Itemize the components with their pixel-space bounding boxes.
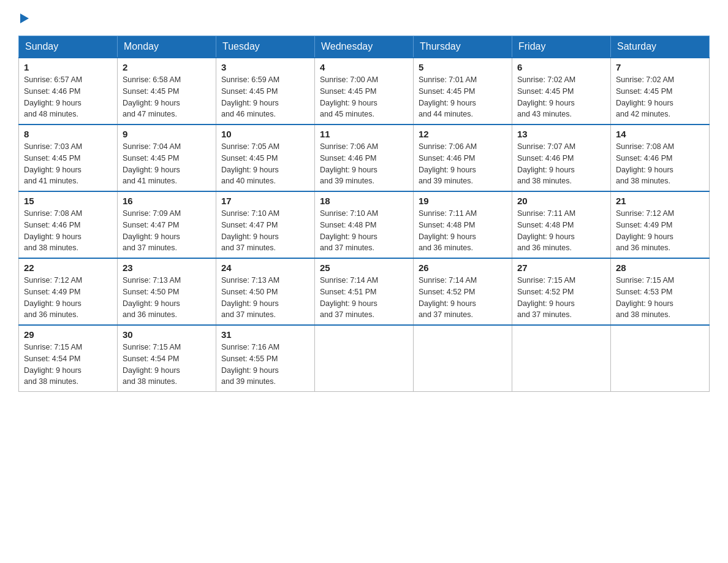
day-number: 9 [123, 129, 211, 139]
calendar-cell-w3d1: 23Sunrise: 7:13 AMSunset: 4:50 PMDayligh… [118, 258, 216, 325]
day-number: 20 [517, 196, 605, 206]
day-number: 26 [419, 262, 507, 273]
calendar-cell-w3d5: 27Sunrise: 7:15 AMSunset: 4:52 PMDayligh… [512, 258, 611, 325]
day-info: Sunrise: 7:08 AMSunset: 4:46 PMDaylight:… [24, 208, 112, 254]
day-info: Sunrise: 7:14 AMSunset: 4:51 PMDaylight:… [320, 275, 408, 321]
calendar-cell-w1d2: 10Sunrise: 7:05 AMSunset: 4:45 PMDayligh… [216, 124, 315, 191]
day-info: Sunrise: 7:12 AMSunset: 4:49 PMDaylight:… [24, 275, 112, 321]
day-info: Sunrise: 7:04 AMSunset: 4:45 PMDaylight:… [123, 141, 211, 187]
calendar-cell-w2d2: 17Sunrise: 7:10 AMSunset: 4:47 PMDayligh… [216, 191, 315, 258]
calendar-cell-w1d4: 12Sunrise: 7:06 AMSunset: 4:46 PMDayligh… [414, 124, 512, 191]
day-info: Sunrise: 7:15 AMSunset: 4:52 PMDaylight:… [517, 275, 605, 321]
day-number: 12 [419, 129, 507, 139]
day-info: Sunrise: 7:11 AMSunset: 4:48 PMDaylight:… [419, 208, 507, 254]
day-number: 6 [517, 62, 605, 72]
day-info: Sunrise: 6:59 AMSunset: 4:45 PMDaylight:… [221, 74, 309, 120]
calendar-cell-w0d0: 1Sunrise: 6:57 AMSunset: 4:46 PMDaylight… [19, 58, 118, 124]
day-number: 25 [320, 262, 408, 273]
day-info: Sunrise: 7:10 AMSunset: 4:48 PMDaylight:… [320, 208, 408, 254]
calendar-cell-w3d2: 24Sunrise: 7:13 AMSunset: 4:50 PMDayligh… [216, 258, 315, 325]
day-info: Sunrise: 7:15 AMSunset: 4:54 PMDaylight:… [24, 342, 112, 388]
day-number: 30 [123, 329, 211, 340]
day-number: 27 [517, 262, 605, 273]
calendar-header-row: SundayMondayTuesdayWednesdayThursdayFrid… [19, 36, 710, 58]
day-info: Sunrise: 7:14 AMSunset: 4:52 PMDaylight:… [419, 275, 507, 321]
day-number: 16 [123, 196, 211, 206]
calendar-cell-w3d6: 28Sunrise: 7:15 AMSunset: 4:53 PMDayligh… [611, 258, 710, 325]
calendar-cell-w2d3: 18Sunrise: 7:10 AMSunset: 4:48 PMDayligh… [315, 191, 414, 258]
calendar-header-thursday: Thursday [414, 36, 512, 58]
calendar-cell-w3d0: 22Sunrise: 7:12 AMSunset: 4:49 PMDayligh… [19, 258, 118, 325]
day-number: 10 [221, 129, 309, 139]
calendar-cell-w0d6: 7Sunrise: 7:02 AMSunset: 4:45 PMDaylight… [611, 58, 710, 124]
day-info: Sunrise: 7:11 AMSunset: 4:48 PMDaylight:… [517, 208, 605, 254]
day-info: Sunrise: 7:02 AMSunset: 4:45 PMDaylight:… [616, 74, 704, 120]
calendar-cell-w2d5: 20Sunrise: 7:11 AMSunset: 4:48 PMDayligh… [512, 191, 611, 258]
day-info: Sunrise: 7:00 AMSunset: 4:45 PMDaylight:… [320, 74, 408, 120]
logo [18, 12, 29, 23]
week-row-1: 1Sunrise: 6:57 AMSunset: 4:46 PMDaylight… [19, 58, 710, 124]
day-number: 28 [616, 262, 704, 273]
page-header [18, 12, 710, 23]
day-info: Sunrise: 7:09 AMSunset: 4:47 PMDaylight:… [123, 208, 211, 254]
calendar-header-tuesday: Tuesday [216, 36, 315, 58]
week-row-3: 15Sunrise: 7:08 AMSunset: 4:46 PMDayligh… [19, 191, 710, 258]
day-number: 1 [24, 62, 112, 72]
calendar-cell-w4d5 [512, 325, 611, 392]
calendar-cell-w4d6 [611, 325, 710, 392]
calendar-header-wednesday: Wednesday [315, 36, 414, 58]
day-number: 14 [616, 129, 704, 139]
calendar-header-monday: Monday [118, 36, 216, 58]
day-number: 29 [24, 329, 112, 340]
day-info: Sunrise: 7:10 AMSunset: 4:47 PMDaylight:… [221, 208, 309, 254]
calendar-cell-w2d0: 15Sunrise: 7:08 AMSunset: 4:46 PMDayligh… [19, 191, 118, 258]
day-info: Sunrise: 6:57 AMSunset: 4:46 PMDaylight:… [24, 74, 112, 120]
calendar-cell-w2d1: 16Sunrise: 7:09 AMSunset: 4:47 PMDayligh… [118, 191, 216, 258]
day-number: 5 [419, 62, 507, 72]
calendar-cell-w0d1: 2Sunrise: 6:58 AMSunset: 4:45 PMDaylight… [118, 58, 216, 124]
logo-blue-text [18, 12, 29, 23]
day-number: 3 [221, 62, 309, 72]
day-info: Sunrise: 7:13 AMSunset: 4:50 PMDaylight:… [123, 275, 211, 321]
day-number: 2 [123, 62, 211, 72]
day-info: Sunrise: 7:06 AMSunset: 4:46 PMDaylight:… [419, 141, 507, 187]
calendar-cell-w1d3: 11Sunrise: 7:06 AMSunset: 4:46 PMDayligh… [315, 124, 414, 191]
week-row-5: 29Sunrise: 7:15 AMSunset: 4:54 PMDayligh… [19, 325, 710, 392]
calendar-cell-w2d6: 21Sunrise: 7:12 AMSunset: 4:49 PMDayligh… [611, 191, 710, 258]
calendar-cell-w0d3: 4Sunrise: 7:00 AMSunset: 4:45 PMDaylight… [315, 58, 414, 124]
day-number: 23 [123, 262, 211, 273]
day-info: Sunrise: 7:06 AMSunset: 4:46 PMDaylight:… [320, 141, 408, 187]
calendar-cell-w1d5: 13Sunrise: 7:07 AMSunset: 4:46 PMDayligh… [512, 124, 611, 191]
day-info: Sunrise: 7:07 AMSunset: 4:46 PMDaylight:… [517, 141, 605, 187]
calendar-cell-w0d4: 5Sunrise: 7:01 AMSunset: 4:45 PMDaylight… [414, 58, 512, 124]
day-info: Sunrise: 7:03 AMSunset: 4:45 PMDaylight:… [24, 141, 112, 187]
calendar-cell-w1d6: 14Sunrise: 7:08 AMSunset: 4:46 PMDayligh… [611, 124, 710, 191]
day-info: Sunrise: 7:16 AMSunset: 4:55 PMDaylight:… [221, 342, 309, 388]
day-number: 11 [320, 129, 408, 139]
day-info: Sunrise: 7:12 AMSunset: 4:49 PMDaylight:… [616, 208, 704, 254]
calendar-cell-w4d2: 31Sunrise: 7:16 AMSunset: 4:55 PMDayligh… [216, 325, 315, 392]
calendar-cell-w1d1: 9Sunrise: 7:04 AMSunset: 4:45 PMDaylight… [118, 124, 216, 191]
day-info: Sunrise: 7:15 AMSunset: 4:54 PMDaylight:… [123, 342, 211, 388]
day-info: Sunrise: 7:13 AMSunset: 4:50 PMDaylight:… [221, 275, 309, 321]
day-info: Sunrise: 6:58 AMSunset: 4:45 PMDaylight:… [123, 74, 211, 120]
calendar-cell-w0d2: 3Sunrise: 6:59 AMSunset: 4:45 PMDaylight… [216, 58, 315, 124]
calendar-table: SundayMondayTuesdayWednesdayThursdayFrid… [18, 36, 710, 392]
calendar-cell-w4d0: 29Sunrise: 7:15 AMSunset: 4:54 PMDayligh… [19, 325, 118, 392]
day-number: 7 [616, 62, 704, 72]
calendar-cell-w4d4 [414, 325, 512, 392]
day-number: 13 [517, 129, 605, 139]
day-number: 22 [24, 262, 112, 273]
day-number: 19 [419, 196, 507, 206]
day-info: Sunrise: 7:02 AMSunset: 4:45 PMDaylight:… [517, 74, 605, 120]
day-number: 8 [24, 129, 112, 139]
day-info: Sunrise: 7:08 AMSunset: 4:46 PMDaylight:… [616, 141, 704, 187]
calendar-header-friday: Friday [512, 36, 611, 58]
calendar-header-saturday: Saturday [611, 36, 710, 58]
calendar-cell-w2d4: 19Sunrise: 7:11 AMSunset: 4:48 PMDayligh… [414, 191, 512, 258]
week-row-2: 8Sunrise: 7:03 AMSunset: 4:45 PMDaylight… [19, 124, 710, 191]
calendar-cell-w3d3: 25Sunrise: 7:14 AMSunset: 4:51 PMDayligh… [315, 258, 414, 325]
day-number: 24 [221, 262, 309, 273]
day-number: 18 [320, 196, 408, 206]
calendar-cell-w4d1: 30Sunrise: 7:15 AMSunset: 4:54 PMDayligh… [118, 325, 216, 392]
